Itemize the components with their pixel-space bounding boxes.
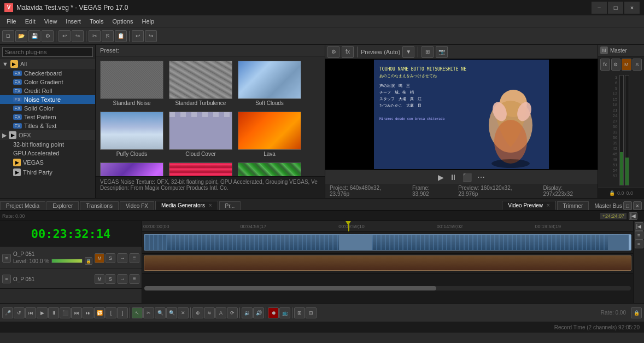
menu-options[interactable]: Options — [108, 17, 138, 26]
preview-grid-button[interactable]: ⊞ — [421, 46, 434, 58]
bt-stop[interactable]: ⬛ — [60, 307, 71, 318]
preview-fx-button[interactable]: fx — [342, 46, 354, 58]
tab-pr[interactable]: Pr... — [219, 201, 241, 210]
tab-video-fx[interactable]: Video FX — [120, 201, 154, 210]
mixer-eq-button[interactable]: ⚙ — [611, 59, 621, 71]
tab-media-generators[interactable]: Media Generators × — [155, 201, 218, 210]
bt-prev[interactable]: ⏮ — [25, 307, 36, 318]
bt-rewind[interactable]: ↺ — [14, 307, 25, 318]
bt-edit-tool[interactable]: ✂ — [143, 307, 154, 318]
timeline-end-button[interactable]: |◀ — [629, 212, 637, 220]
bt-delete[interactable]: ✕ — [178, 307, 189, 318]
bt-auto[interactable]: A — [215, 307, 226, 318]
track-1-lock[interactable]: 🔒 — [85, 257, 92, 265]
pause-button[interactable]: ⏸ — [449, 173, 457, 182]
preset-soft-clouds[interactable]: Soft Clouds — [237, 60, 302, 107]
bt-vol-up[interactable]: 🔊 — [253, 307, 264, 318]
mixer-mute-button[interactable]: M — [622, 59, 631, 71]
preset-lava[interactable]: Lava — [237, 111, 302, 158]
bt-loop[interactable]: 🔁 — [94, 307, 105, 318]
menu-tools[interactable]: Tools — [85, 17, 108, 26]
preset-puffy-clouds[interactable]: Puffy Clouds — [99, 111, 165, 158]
preset-extra-1[interactable] — [99, 161, 165, 176]
clip-2-main[interactable] — [144, 255, 631, 271]
stop-button[interactable]: ⬛ — [462, 173, 472, 182]
fx-item-color-gradient[interactable]: FX Color Gradient — [0, 78, 95, 86]
bt-extra1[interactable]: ⊞ — [294, 307, 305, 318]
bt-next[interactable]: ⏭ — [71, 307, 82, 318]
track-1-mute[interactable]: M — [95, 253, 104, 263]
fx-item-checkerboard[interactable]: FX Checkerboard — [0, 69, 95, 78]
bt-zoom-out[interactable]: 🔍 — [166, 307, 177, 318]
bt-extra2[interactable]: ⊟ — [306, 307, 317, 318]
fx-item-32bit[interactable]: 32-bit floating point — [0, 140, 95, 149]
bt-play[interactable]: ▶ — [37, 307, 48, 318]
fx-item-test-pattern[interactable]: FX Test Pattern — [0, 113, 95, 121]
clip-resize-handle[interactable] — [629, 235, 631, 250]
copy-button[interactable]: ⎘ — [102, 30, 114, 42]
fx-item-titles-text[interactable]: FX Titles & Text — [0, 121, 95, 130]
open-button[interactable]: 📂 — [15, 30, 27, 42]
redo2-button[interactable]: ↪ — [145, 30, 157, 42]
maximize-button[interactable]: □ — [608, 2, 623, 14]
bt-record[interactable]: ⏺ — [268, 307, 279, 318]
mixer-fx-button[interactable]: fx — [600, 59, 610, 71]
search-input[interactable] — [2, 47, 93, 57]
tab-transitions[interactable]: Transitions — [80, 201, 119, 210]
mixer-solo-button[interactable]: S — [633, 59, 642, 71]
track-1-collapse[interactable]: → — [118, 253, 127, 263]
paste-button[interactable]: 📋 — [115, 30, 127, 42]
master-bus-float[interactable]: □ — [623, 201, 632, 210]
bt-sync[interactable]: ⟳ — [227, 307, 238, 318]
timeline-scrollbar[interactable] — [144, 286, 631, 290]
clip-main[interactable] — [144, 234, 631, 251]
track-1-solo[interactable]: S — [106, 253, 115, 263]
tab-close-icon[interactable]: × — [209, 202, 212, 208]
bt-snap[interactable]: ⊕ — [192, 307, 203, 318]
tab-trimmer[interactable]: Trimmer — [557, 201, 589, 210]
bt-end[interactable]: ⏭ — [83, 307, 93, 318]
tab-vp-close-icon[interactable]: × — [547, 202, 550, 208]
menu-insert[interactable]: Insert — [61, 17, 85, 26]
redo-button[interactable]: ↪ — [72, 30, 84, 42]
fx-group-all-header[interactable]: ▼ ▶ All — [0, 59, 95, 69]
undo-button[interactable]: ↩ — [58, 30, 71, 42]
undo2-button[interactable]: ↩ — [132, 30, 144, 42]
minimize-button[interactable]: − — [592, 2, 607, 14]
bt-ripple[interactable]: ≋ — [204, 307, 215, 318]
track-1-expand[interactable]: ≡ — [2, 254, 11, 263]
track-2-expand[interactable]: ≡ — [2, 275, 11, 283]
close-button[interactable]: × — [624, 2, 640, 14]
fx-item-noise-texture[interactable]: FX Noise Texture — [0, 95, 95, 104]
track-1-menu[interactable]: ≡ — [130, 253, 139, 263]
preset-cloud-cover[interactable]: Cloud Cover — [168, 111, 233, 158]
save-button[interactable]: 💾 — [28, 30, 40, 42]
menu-edit[interactable]: Edit — [21, 17, 40, 26]
timeline-right-btn1[interactable]: |◀ — [635, 222, 643, 231]
track-2-menu[interactable]: ≡ — [130, 274, 139, 284]
play-button[interactable]: ▶ — [438, 173, 444, 182]
preview-mode-dropdown[interactable]: ▼ — [402, 46, 414, 58]
bt-zoom-in[interactable]: 🔍 — [155, 307, 166, 318]
bt-rate-lock[interactable]: 🔒 — [631, 307, 642, 318]
preset-standard-noise[interactable]: Standard Noise — [99, 60, 165, 107]
preset-standard-turbulence[interactable]: Standard Turbulence — [168, 60, 233, 107]
fx-group-ofx-header[interactable]: ▶ ▶ OFX — [0, 130, 95, 140]
timeline-right-btn3[interactable]: ≡ — [635, 240, 643, 248]
tab-explorer[interactable]: Explorer — [46, 201, 79, 210]
cut-button[interactable]: ✂ — [89, 30, 101, 42]
fx-item-vegas[interactable]: ▶ VEGAS — [0, 158, 95, 167]
bt-pause[interactable]: ⏸ — [48, 307, 59, 318]
fx-item-credit-roll[interactable]: FX Credit Roll — [0, 86, 95, 95]
timeline-right-btn2[interactable]: ≡ — [635, 231, 643, 240]
bt-vol-down[interactable]: 🔉 — [242, 307, 253, 318]
master-bus-close[interactable]: × — [633, 201, 642, 210]
preview-settings-button[interactable]: ⚙ — [327, 46, 339, 58]
track-2-solo[interactable]: S — [106, 274, 115, 284]
fx-item-third-party[interactable]: ▶ Third Party — [0, 167, 95, 177]
new-button[interactable]: 🗋 — [2, 30, 14, 42]
bt-monitor[interactable]: 📺 — [279, 307, 290, 318]
track-2-collapse[interactable]: → — [118, 274, 127, 284]
tab-video-preview[interactable]: Video Preview × — [502, 201, 555, 210]
bt-mic[interactable]: 🎤 — [2, 307, 13, 318]
